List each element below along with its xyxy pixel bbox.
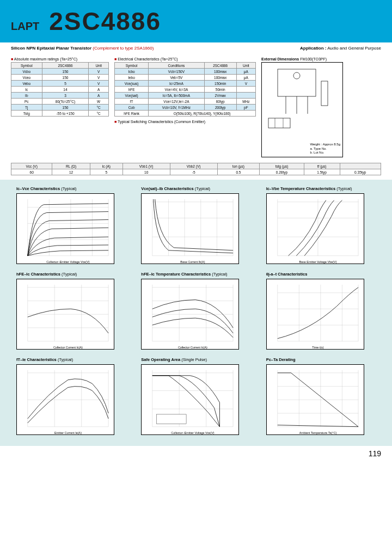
svg-text:Collector Current Ic(A): Collector Current Ic(A) — [53, 346, 83, 349]
svg-rect-5 — [321, 81, 328, 106]
svg-text:Collector–Emitter Voltage Vce(: Collector–Emitter Voltage Vce(V) — [171, 431, 215, 434]
sub-header: Silicon NPN Epitaxial Planar Transistor … — [0, 42, 392, 53]
chart-soa: Safe Operating Area (Single Pulse)Collec… — [141, 357, 250, 435]
svg-text:Collector Current Ic(A): Collector Current Ic(A) — [178, 346, 207, 349]
chart-theta-t: θj-a–t CharacteristicsTime t(s) — [266, 272, 376, 350]
chart-vcesat-ib: Vce(sat)–Ib Characteristics (Typical)Bas… — [141, 186, 250, 264]
brand-label: LAPT — [11, 20, 39, 33]
chart-ic-vbe-temp: Ic–Vbe Temperature Characteristics (Typi… — [266, 186, 376, 264]
svg-text:Time t(s): Time t(s) — [312, 346, 323, 349]
svg-text:Base Emitter Voltage Vbe(V): Base Emitter Voltage Vbe(V) — [299, 260, 336, 264]
svg-text:Ambient Temperature Ta(°C): Ambient Temperature Ta(°C) — [299, 431, 336, 434]
svg-rect-6 — [268, 118, 290, 128]
transistor-desc: Silicon NPN Epitaxial Planar Transistor — [11, 46, 91, 51]
header-banner: LAPT 2SC4886 — [0, 0, 392, 42]
package-drawing: Weight : Approx 8.5g a. Type No. b. Lot … — [261, 62, 343, 157]
charts-grid: Ic–Vce Characteristics (Typical)Collecto… — [0, 180, 392, 446]
svg-rect-0 — [278, 69, 316, 96]
svg-text:Collector–Emitter Voltage Vce(: Collector–Emitter Voltage Vce(V) — [46, 260, 89, 264]
application-value: Audio and General Purpose — [327, 46, 381, 51]
switching-table: Vcc (V)RL (Ω)Ic (A) Vbb1 (V)Vbb2 (V)ton … — [11, 163, 381, 175]
part-number: 2SC4886 — [49, 7, 161, 36]
svg-rect-84 — [157, 414, 186, 424]
chart-hfe-ic: hFE–Ic Characteristics (Typical)Collecto… — [16, 272, 126, 350]
ext-dim-title: External Dimensions FM100(TO3PF) — [261, 57, 346, 61]
elec-title: ■ Electrical Characteristics (Ta=25°C) — [114, 57, 256, 61]
chart-hfe-ic-temp: hFE–Ic Temperature Characteristics (Typi… — [141, 272, 250, 350]
svg-point-1 — [293, 72, 300, 79]
page-number: 119 — [0, 446, 392, 461]
chart-ft-ie: fT–Ie Characteristics (Typical)Emitter C… — [16, 357, 126, 435]
abs-max-title: ■ Absolute maximum ratings (Ta=25°C) — [11, 57, 109, 61]
application-label: Application : — [300, 46, 326, 51]
switching-title: ■ Typical Switching Characteristics (Com… — [114, 120, 256, 124]
svg-text:Emitter Current Ie(A): Emitter Current Ie(A) — [54, 431, 82, 434]
chart-ic-vce: Ic–Vce Characteristics (Typical)Collecto… — [16, 186, 126, 264]
elec-table: SymbolConditions2SC4886Unit IcboVcb=150V… — [114, 62, 256, 117]
abs-max-table: Symbol2SC4886Unit Vcbo150V Vceo150V Vebo… — [11, 62, 109, 117]
svg-text:Base Current Ib(A): Base Current Ib(A) — [181, 260, 205, 264]
chart-pc-ta: Pc–Ta DeratingAmbient Temperature Ta(°C) — [266, 357, 376, 435]
complement-note: (Complement to type 2SA1860) — [93, 46, 154, 51]
